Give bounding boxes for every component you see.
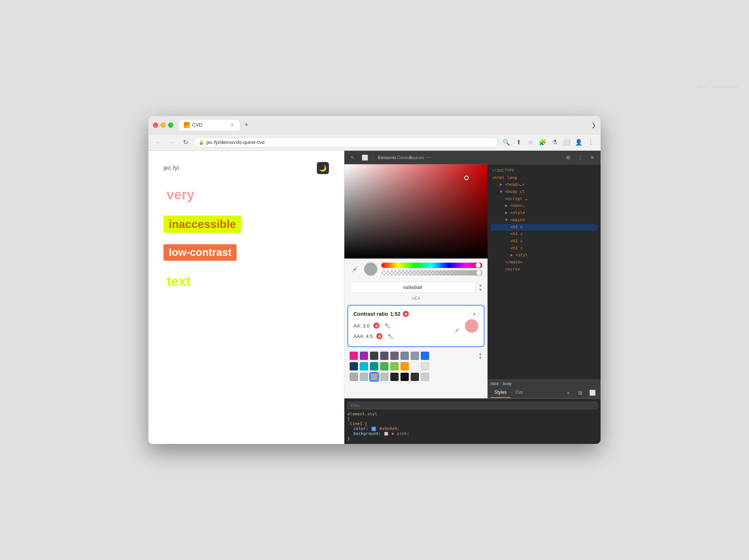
html-line-script-bottom[interactable]: <scrin (491, 266, 598, 273)
alpha-slider[interactable] (381, 270, 482, 275)
extensions-button[interactable]: 🧩 (537, 137, 548, 148)
gear-button[interactable]: ⚙ (563, 152, 573, 163)
contrast-aaa-fix-button[interactable]: 🔧 (386, 332, 394, 340)
labs-button[interactable]: ⚗ (549, 137, 560, 148)
html-line-doctype[interactable]: <!DOCTYPE (491, 167, 598, 174)
more-tools-btn[interactable]: ⋯ (423, 152, 434, 163)
html-line-main-close[interactable]: </main> (491, 259, 598, 266)
swatch[interactable] (421, 352, 429, 360)
color-swatch-circle[interactable] (364, 262, 378, 276)
swatch[interactable] (350, 352, 358, 360)
new-style-rule-btn[interactable]: ⊞ (575, 387, 585, 398)
html-line-nav[interactable]: ▶ <nav>… (491, 202, 598, 210)
head-arrow[interactable]: ▶ (500, 182, 503, 187)
breadcrumb-html[interactable]: html (491, 381, 498, 386)
contrast-collapse-button[interactable]: ∧ (469, 309, 478, 318)
bookmark-button[interactable]: ☆ (525, 137, 536, 148)
line1-selector: .line1 { (347, 421, 367, 426)
swatch[interactable] (390, 373, 399, 381)
minimize-button[interactable] (160, 122, 166, 128)
swatch-selected[interactable] (370, 373, 378, 381)
inspect-tool-button[interactable]: ↖ (347, 152, 358, 163)
html-line-h1-2[interactable]: <h1 c (491, 231, 598, 238)
swatch[interactable] (400, 352, 409, 360)
swatch[interactable] (360, 352, 368, 360)
dark-mode-button[interactable]: 🌙 (317, 162, 329, 174)
swatch[interactable] (360, 362, 368, 370)
swatch[interactable] (350, 362, 358, 370)
nav-arrow[interactable]: ▶ (505, 203, 508, 208)
color-hex-input[interactable]: #a9a9a9 (350, 282, 475, 293)
forward-button[interactable]: → (167, 137, 177, 148)
share-button[interactable]: ⬆ (513, 137, 524, 148)
html-line-h1-4[interactable]: <h1 c (491, 245, 598, 252)
tab-chevron-icon[interactable]: ❯ (592, 122, 596, 128)
swatch[interactable] (380, 362, 388, 370)
html-line-script[interactable]: <script … (491, 196, 598, 203)
profile-button[interactable]: 👤 (573, 137, 584, 148)
swatch[interactable] (390, 352, 399, 360)
swatch[interactable] (400, 373, 409, 381)
html-line-style[interactable]: ▶ <style (491, 210, 598, 217)
contrast-eyedropper-button[interactable]: 💉 (453, 326, 461, 334)
hue-slider[interactable] (381, 263, 482, 268)
active-tab[interactable]: 🔥 CVD ✕ (179, 120, 240, 130)
maximize-button[interactable] (168, 122, 173, 128)
search-button[interactable]: 🔍 (501, 137, 512, 148)
swatch[interactable] (390, 362, 399, 370)
device-tool-button[interactable]: ⬜ (359, 152, 370, 163)
console-tab[interactable]: Console (399, 152, 410, 163)
back-button[interactable]: ← (153, 137, 164, 148)
html-line-h1-1[interactable]: <h1 c (491, 224, 598, 231)
devtools-close-button[interactable]: ✕ (587, 152, 598, 163)
swatch[interactable] (400, 362, 409, 370)
address-input[interactable]: 🔒 jec.fyi/demo/cds-quest-cvd (194, 137, 498, 147)
style-tag-text: <style (510, 210, 525, 215)
swatch-scroll-arrows[interactable]: ▲▼ (478, 352, 482, 360)
swatch[interactable] (421, 362, 429, 370)
swatch[interactable] (380, 352, 388, 360)
swatch[interactable] (411, 373, 419, 381)
breadcrumb-body[interactable]: body (503, 381, 512, 386)
styl-arrow[interactable]: ▶ (511, 252, 513, 257)
body-arrow[interactable]: ▼ (500, 189, 503, 194)
swatch[interactable] (411, 352, 419, 360)
color-gradient[interactable] (344, 164, 488, 259)
close-button[interactable] (153, 122, 158, 128)
html-line-body[interactable]: ▼ <body cl (491, 188, 598, 196)
tab-computed[interactable]: Cor (512, 387, 527, 398)
reload-button[interactable]: ↻ (180, 137, 191, 148)
swatch[interactable] (370, 352, 378, 360)
style-arrow[interactable]: ▶ (505, 210, 508, 215)
html-line-html[interactable]: <html lang (491, 174, 598, 182)
new-tab-button[interactable]: + (241, 120, 252, 130)
swatch[interactable] (360, 373, 368, 381)
swatch[interactable] (411, 362, 419, 370)
eyedropper-button[interactable]: 💉 (350, 264, 360, 274)
main-arrow[interactable]: ▼ (505, 217, 508, 222)
html-line-head[interactable]: ▶ <head>…< (491, 181, 598, 188)
toggle-sidebar-btn[interactable]: ⬜ (587, 387, 598, 398)
swatch[interactable] (380, 373, 388, 381)
sidebar-button[interactable]: ⬜ (561, 137, 572, 148)
color-sliders (381, 263, 482, 275)
tab-close-button[interactable]: ✕ (229, 122, 235, 128)
html-line-styl[interactable]: ▶ <styl (491, 252, 598, 259)
html-line-main[interactable]: ▼ <main> (491, 217, 598, 224)
filter-input[interactable] (347, 402, 598, 409)
add-style-btn[interactable]: + (563, 387, 573, 398)
background-swatch-inline[interactable] (384, 432, 388, 436)
tab-styles[interactable]: Styles (491, 387, 511, 398)
sources-tab[interactable]: Sources (411, 152, 422, 163)
menu-button[interactable]: ⋮ (585, 137, 596, 148)
color-swatch-inline-selected[interactable] (372, 427, 376, 431)
swatch[interactable] (350, 373, 358, 381)
color-format-arrows[interactable]: ▲ ▼ (478, 283, 482, 292)
swatch[interactable] (421, 373, 429, 381)
swatch[interactable] (370, 362, 378, 370)
site-title: jec.fyi (164, 165, 179, 171)
contrast-aa-fix-button[interactable]: 🔧 (383, 321, 391, 330)
more-options-button[interactable]: ⋮ (575, 152, 585, 163)
tab-title: CVD (192, 122, 202, 128)
html-line-h1-3[interactable]: <h1 c (491, 238, 598, 245)
